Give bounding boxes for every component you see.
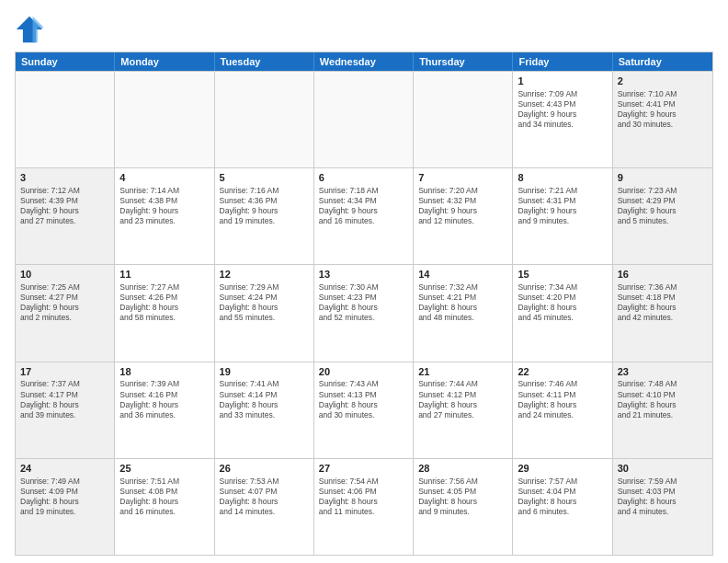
day-number: 3 xyxy=(20,171,109,185)
day-number: 4 xyxy=(119,171,209,185)
header-day-sunday: Sunday xyxy=(16,52,115,71)
cal-cell-r0-c3 xyxy=(314,72,414,167)
calendar-row-4: 24Sunrise: 7:49 AM Sunset: 4:09 PM Dayli… xyxy=(16,458,712,555)
day-number: 6 xyxy=(319,171,408,185)
cal-cell-r0-c0 xyxy=(16,72,115,167)
day-number: 29 xyxy=(518,462,607,476)
day-info: Sunrise: 7:57 AM Sunset: 4:04 PM Dayligh… xyxy=(518,477,607,517)
day-number: 8 xyxy=(518,171,607,185)
header-day-tuesday: Tuesday xyxy=(215,52,314,71)
cal-cell-r4-c5: 29Sunrise: 7:57 AM Sunset: 4:04 PM Dayli… xyxy=(513,459,612,555)
calendar: SundayMondayTuesdayWednesdayThursdayFrid… xyxy=(15,52,713,556)
page: SundayMondayTuesdayWednesdayThursdayFrid… xyxy=(0,0,728,563)
day-number: 12 xyxy=(220,268,309,282)
day-info: Sunrise: 7:48 AM Sunset: 4:10 PM Dayligh… xyxy=(618,379,708,419)
day-info: Sunrise: 7:49 AM Sunset: 4:09 PM Dayligh… xyxy=(20,477,109,517)
logo xyxy=(15,15,48,44)
day-number: 9 xyxy=(618,171,708,185)
cal-cell-r2-c1: 11Sunrise: 7:27 AM Sunset: 4:26 PM Dayli… xyxy=(115,265,214,361)
day-info: Sunrise: 7:29 AM Sunset: 4:24 PM Dayligh… xyxy=(220,282,309,323)
day-info: Sunrise: 7:56 AM Sunset: 4:05 PM Dayligh… xyxy=(418,477,507,517)
day-number: 10 xyxy=(20,268,109,282)
cal-cell-r3-c3: 20Sunrise: 7:43 AM Sunset: 4:13 PM Dayli… xyxy=(314,362,414,458)
day-info: Sunrise: 7:59 AM Sunset: 4:03 PM Dayligh… xyxy=(618,477,708,517)
cal-cell-r0-c2 xyxy=(215,72,314,167)
day-info: Sunrise: 7:27 AM Sunset: 4:26 PM Dayligh… xyxy=(119,282,209,323)
day-number: 5 xyxy=(220,171,309,185)
day-info: Sunrise: 7:14 AM Sunset: 4:38 PM Dayligh… xyxy=(119,186,209,226)
header-day-monday: Monday xyxy=(115,52,214,71)
day-number: 13 xyxy=(319,268,408,282)
day-number: 19 xyxy=(220,365,309,379)
day-number: 26 xyxy=(220,462,309,476)
header xyxy=(15,15,713,44)
header-day-wednesday: Wednesday xyxy=(314,52,414,71)
day-info: Sunrise: 7:16 AM Sunset: 4:36 PM Dayligh… xyxy=(220,186,309,226)
cal-cell-r1-c6: 9Sunrise: 7:23 AM Sunset: 4:29 PM Daylig… xyxy=(613,168,712,264)
cal-cell-r2-c4: 14Sunrise: 7:32 AM Sunset: 4:21 PM Dayli… xyxy=(414,265,513,361)
day-number: 30 xyxy=(618,462,708,476)
cal-cell-r2-c3: 13Sunrise: 7:30 AM Sunset: 4:23 PM Dayli… xyxy=(314,265,414,361)
day-number: 15 xyxy=(518,268,607,282)
day-number: 24 xyxy=(20,462,109,476)
cal-cell-r0-c4 xyxy=(414,72,513,167)
svg-marker-0 xyxy=(17,17,42,42)
calendar-row-2: 10Sunrise: 7:25 AM Sunset: 4:27 PM Dayli… xyxy=(16,264,712,361)
cal-cell-r3-c0: 17Sunrise: 7:37 AM Sunset: 4:17 PM Dayli… xyxy=(16,362,115,458)
day-number: 14 xyxy=(418,268,507,282)
day-info: Sunrise: 7:46 AM Sunset: 4:11 PM Dayligh… xyxy=(518,379,607,419)
cal-cell-r4-c3: 27Sunrise: 7:54 AM Sunset: 4:06 PM Dayli… xyxy=(314,459,414,555)
day-info: Sunrise: 7:25 AM Sunset: 4:27 PM Dayligh… xyxy=(20,282,109,323)
day-number: 18 xyxy=(119,365,209,379)
day-number: 21 xyxy=(418,365,507,379)
day-number: 17 xyxy=(20,365,109,379)
day-number: 2 xyxy=(618,75,708,88)
day-info: Sunrise: 7:32 AM Sunset: 4:21 PM Dayligh… xyxy=(418,282,507,323)
day-info: Sunrise: 7:09 AM Sunset: 4:43 PM Dayligh… xyxy=(518,89,607,130)
header-day-saturday: Saturday xyxy=(613,52,712,71)
day-number: 28 xyxy=(418,462,507,476)
day-info: Sunrise: 7:37 AM Sunset: 4:17 PM Dayligh… xyxy=(20,379,109,419)
day-info: Sunrise: 7:34 AM Sunset: 4:20 PM Dayligh… xyxy=(518,282,607,323)
day-info: Sunrise: 7:12 AM Sunset: 4:39 PM Dayligh… xyxy=(20,186,109,226)
calendar-body: 1Sunrise: 7:09 AM Sunset: 4:43 PM Daylig… xyxy=(16,71,712,555)
cal-cell-r3-c5: 22Sunrise: 7:46 AM Sunset: 4:11 PM Dayli… xyxy=(513,362,612,458)
day-number: 22 xyxy=(518,365,607,379)
day-info: Sunrise: 7:30 AM Sunset: 4:23 PM Dayligh… xyxy=(319,282,408,323)
cal-cell-r3-c2: 19Sunrise: 7:41 AM Sunset: 4:14 PM Dayli… xyxy=(215,362,314,458)
header-day-thursday: Thursday xyxy=(414,52,513,71)
day-info: Sunrise: 7:44 AM Sunset: 4:12 PM Dayligh… xyxy=(418,379,507,419)
day-number: 23 xyxy=(618,365,708,379)
day-number: 27 xyxy=(319,462,408,476)
day-number: 25 xyxy=(119,462,209,476)
cal-cell-r1-c3: 6Sunrise: 7:18 AM Sunset: 4:34 PM Daylig… xyxy=(314,168,414,264)
day-info: Sunrise: 7:20 AM Sunset: 4:32 PM Dayligh… xyxy=(418,186,507,226)
cal-cell-r4-c0: 24Sunrise: 7:49 AM Sunset: 4:09 PM Dayli… xyxy=(16,459,115,555)
cal-cell-r3-c1: 18Sunrise: 7:39 AM Sunset: 4:16 PM Dayli… xyxy=(115,362,214,458)
cal-cell-r3-c6: 23Sunrise: 7:48 AM Sunset: 4:10 PM Dayli… xyxy=(613,362,712,458)
cal-cell-r2-c5: 15Sunrise: 7:34 AM Sunset: 4:20 PM Dayli… xyxy=(513,265,612,361)
day-info: Sunrise: 7:51 AM Sunset: 4:08 PM Dayligh… xyxy=(119,477,209,517)
cal-cell-r1-c1: 4Sunrise: 7:14 AM Sunset: 4:38 PM Daylig… xyxy=(115,168,214,264)
cal-cell-r2-c2: 12Sunrise: 7:29 AM Sunset: 4:24 PM Dayli… xyxy=(215,265,314,361)
cal-cell-r3-c4: 21Sunrise: 7:44 AM Sunset: 4:12 PM Dayli… xyxy=(414,362,513,458)
cal-cell-r1-c0: 3Sunrise: 7:12 AM Sunset: 4:39 PM Daylig… xyxy=(16,168,115,264)
calendar-row-1: 3Sunrise: 7:12 AM Sunset: 4:39 PM Daylig… xyxy=(16,167,712,264)
cal-cell-r4-c1: 25Sunrise: 7:51 AM Sunset: 4:08 PM Dayli… xyxy=(115,459,214,555)
day-number: 20 xyxy=(319,365,408,379)
day-info: Sunrise: 7:39 AM Sunset: 4:16 PM Dayligh… xyxy=(119,379,209,419)
calendar-row-0: 1Sunrise: 7:09 AM Sunset: 4:43 PM Daylig… xyxy=(16,71,712,167)
cal-cell-r2-c6: 16Sunrise: 7:36 AM Sunset: 4:18 PM Dayli… xyxy=(613,265,712,361)
day-info: Sunrise: 7:10 AM Sunset: 4:41 PM Dayligh… xyxy=(618,89,708,130)
cal-cell-r0-c6: 2Sunrise: 7:10 AM Sunset: 4:41 PM Daylig… xyxy=(613,72,712,167)
day-number: 16 xyxy=(618,268,708,282)
day-info: Sunrise: 7:43 AM Sunset: 4:13 PM Dayligh… xyxy=(319,379,408,419)
day-info: Sunrise: 7:21 AM Sunset: 4:31 PM Dayligh… xyxy=(518,186,607,226)
cal-cell-r1-c5: 8Sunrise: 7:21 AM Sunset: 4:31 PM Daylig… xyxy=(513,168,612,264)
cal-cell-r1-c4: 7Sunrise: 7:20 AM Sunset: 4:32 PM Daylig… xyxy=(414,168,513,264)
logo-icon xyxy=(15,15,44,44)
day-info: Sunrise: 7:54 AM Sunset: 4:06 PM Dayligh… xyxy=(319,477,408,517)
calendar-row-3: 17Sunrise: 7:37 AM Sunset: 4:17 PM Dayli… xyxy=(16,362,712,458)
day-info: Sunrise: 7:53 AM Sunset: 4:07 PM Dayligh… xyxy=(220,477,309,517)
cal-cell-r0-c5: 1Sunrise: 7:09 AM Sunset: 4:43 PM Daylig… xyxy=(513,72,612,167)
